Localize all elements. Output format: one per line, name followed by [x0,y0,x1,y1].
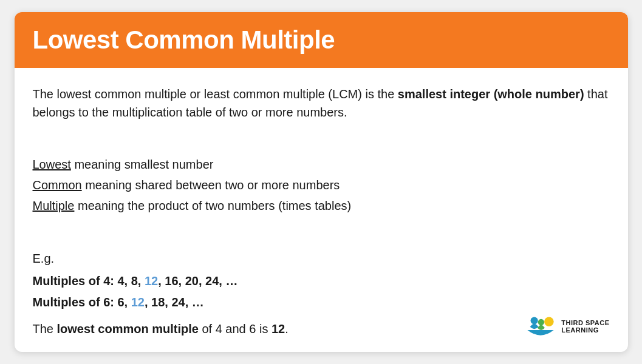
term-common-desc: meaning shared between two or more numbe… [82,178,340,192]
term-multiple: Multiple meaning the product of two numb… [33,195,610,216]
conclusion-end: of 4 and 6 is [199,322,271,335]
term-common-word: Common [33,178,82,192]
multiples-6-line: Multiples of 6: 6, 12, 18, 24, … [33,292,610,313]
footer-row: The lowest common multiple of 4 and 6 is… [33,313,610,340]
example-label: E.g. [33,248,610,269]
conclusion-line: The lowest common multiple of 4 and 6 is… [33,318,289,340]
svg-point-1 [531,317,538,324]
term-multiple-word: Multiple [33,199,75,212]
term-common: Common meaning shared between two or mor… [33,175,610,195]
tsl-brand-text: THIRD SPACE LEARNING [561,319,609,334]
term-lowest-word: Lowest [33,158,71,171]
multiples-6-highlight: 12 [131,295,145,309]
tsl-brand-line1: THIRD SPACE [561,319,609,326]
tsl-brand-line2: LEARNING [561,326,598,334]
definition-paragraph: The lowest common multiple or least comm… [33,85,610,121]
card: Lowest Common Multiple The lowest common… [15,12,628,352]
multiples-4-suffix: , 16, 20, 24, … [158,274,237,288]
example-block: E.g. Multiples of 4: 4, 8, 12, 16, 20, 2… [33,248,610,340]
term-lowest-desc: meaning smallest number [71,158,214,171]
tsl-logo: THIRD SPACE LEARNING [525,313,609,340]
svg-point-0 [544,317,554,326]
conclusion-answer: 12 [271,322,285,335]
svg-point-2 [538,319,544,325]
definition-text-start: The lowest common multiple or least comm… [33,87,398,101]
multiples-4-line: Multiples of 4: 4, 8, 12, 16, 20, 24, … [33,271,610,292]
term-lowest: Lowest meaning smallest number [33,154,610,175]
header-banner: Lowest Common Multiple [15,12,628,68]
terms-block: Lowest meaning smallest number Common me… [33,154,610,216]
multiples-4-prefix: Multiples of 4: 4, 8, [33,274,145,288]
page-title: Lowest Common Multiple [33,25,610,55]
content-area: The lowest common multiple or least comm… [15,68,628,352]
tsl-logo-icon [525,313,556,340]
multiples-6-prefix: Multiples of 6: 6, [33,295,131,309]
conclusion-period: . [285,322,289,335]
multiples-4-highlight: 12 [145,274,158,288]
term-multiple-desc: meaning the product of two numbers (time… [74,199,351,212]
conclusion-bold: lowest common multiple [57,322,199,335]
multiples-6-suffix: , 18, 24, … [145,295,204,309]
conclusion-start: The [33,322,57,335]
definition-bold: smallest integer (whole number) [398,87,584,101]
